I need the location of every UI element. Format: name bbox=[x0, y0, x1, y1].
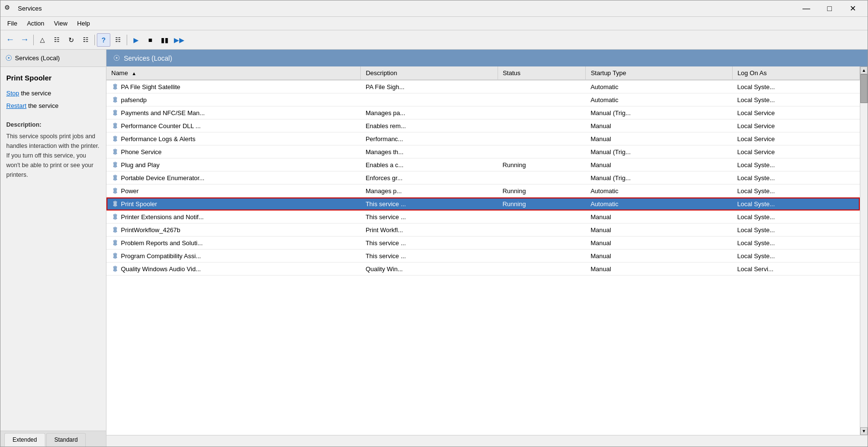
service-status-cell bbox=[498, 145, 586, 158]
menu-action[interactable]: Action bbox=[22, 18, 49, 29]
service-status-cell bbox=[498, 119, 586, 132]
sort-arrow-name: ▲ bbox=[132, 71, 136, 76]
table-row[interactable]: Problem Reports and Soluti... This servi… bbox=[106, 237, 860, 250]
resume-service-button[interactable]: ▶▶ bbox=[172, 33, 186, 47]
service-name-cell: Portable Device Enumerator... bbox=[106, 171, 361, 184]
toolbar: ← → △ ☷ ↻ ☷ ? ☷ ▶ ■ ▮▮ ▶▶ bbox=[0, 30, 868, 50]
service-status-cell bbox=[498, 132, 586, 145]
service-status-cell: Running bbox=[498, 158, 586, 171]
table-row[interactable]: PrintWorkflow_4267b Print Workfl... Manu… bbox=[106, 224, 860, 237]
col-header-name[interactable]: Name ▲ bbox=[106, 66, 361, 80]
menu-file[interactable]: File bbox=[2, 18, 22, 29]
service-logon-cell: Local Servi... bbox=[732, 263, 859, 276]
table-row[interactable]: Performance Logs & Alerts Performanc... … bbox=[106, 132, 860, 145]
table-row[interactable]: Performance Counter DLL ... Enables rem.… bbox=[106, 119, 860, 132]
tab-extended[interactable]: Extended bbox=[4, 433, 45, 447]
restart-link[interactable]: Restart bbox=[6, 102, 26, 109]
scroll-track[interactable] bbox=[860, 74, 868, 427]
app-icon: ⚙ bbox=[4, 4, 14, 13]
services-list: PA File Sight Satellite PA File Sigh... … bbox=[106, 80, 860, 276]
properties-button[interactable]: ☷ bbox=[111, 33, 125, 47]
stop-text: the service bbox=[21, 90, 51, 97]
service-logon-cell: Local Syste... bbox=[732, 158, 859, 171]
stop-link[interactable]: Stop bbox=[6, 90, 19, 97]
service-startup-cell: Manual (Trig... bbox=[586, 145, 733, 158]
help-button[interactable]: ? bbox=[97, 33, 110, 47]
table-row[interactable]: Plug and Play Enables a c... Running Man… bbox=[106, 158, 860, 171]
service-description-cell: Enables rem... bbox=[361, 119, 498, 132]
services-table-wrapper[interactable]: Name ▲ Description Status Startup Type L… bbox=[106, 66, 860, 435]
scroll-up-button[interactable]: ▲ bbox=[860, 66, 868, 74]
service-startup-cell: Manual bbox=[586, 224, 733, 237]
service-name-cell: Quality Windows Audio Vid... bbox=[106, 263, 361, 276]
service-description-cell: This service ... bbox=[361, 210, 498, 224]
table-row[interactable]: Portable Device Enumerator... Enforces g… bbox=[106, 171, 860, 184]
table-row[interactable]: Printer Extensions and Notif... This ser… bbox=[106, 210, 860, 224]
right-panel-icon: ☉ bbox=[113, 53, 120, 63]
pause-service-button[interactable]: ▮▮ bbox=[158, 33, 171, 47]
restart-text: the service bbox=[28, 102, 59, 109]
col-header-description[interactable]: Description bbox=[361, 66, 498, 80]
service-startup-cell: Manual bbox=[586, 263, 733, 276]
close-button[interactable]: ✕ bbox=[842, 1, 864, 16]
menu-help[interactable]: Help bbox=[72, 18, 95, 29]
restart-action: Restart the service bbox=[6, 101, 100, 111]
service-startup-cell: Manual (Trig... bbox=[586, 106, 733, 119]
right-panel-header: ☉ Services (Local) bbox=[106, 50, 868, 66]
tab-standard[interactable]: Standard bbox=[46, 433, 86, 447]
scroll-down-button[interactable]: ▼ bbox=[860, 427, 868, 435]
stop-service-button[interactable]: ■ bbox=[144, 33, 157, 47]
menu-bar: File Action View Help bbox=[0, 17, 868, 30]
col-header-status[interactable]: Status bbox=[498, 66, 586, 80]
service-status-cell bbox=[498, 263, 586, 276]
service-name-cell: Print Spooler bbox=[106, 197, 361, 210]
service-logon-cell: Local Syste... bbox=[732, 237, 859, 250]
service-name-cell: Program Compatibility Assi... bbox=[106, 250, 361, 263]
service-description-cell: Quality Win... bbox=[361, 263, 498, 276]
minimize-button[interactable]: — bbox=[795, 1, 817, 16]
col-header-logon[interactable]: Log On As bbox=[732, 66, 859, 80]
service-name-cell: PrintWorkflow_4267b bbox=[106, 224, 361, 237]
table-row[interactable]: Payments and NFC/SE Man... Manages pa...… bbox=[106, 106, 860, 119]
col-header-startup-type[interactable]: Startup Type bbox=[586, 66, 733, 80]
export-button[interactable]: ☷ bbox=[79, 33, 92, 47]
table-row[interactable]: pafsendp Automatic Local Syste... bbox=[106, 93, 860, 106]
service-name-cell: Power bbox=[106, 184, 361, 197]
table-row[interactable]: Quality Windows Audio Vid... Quality Win… bbox=[106, 263, 860, 276]
service-logon-cell: Local Syste... bbox=[732, 184, 859, 197]
left-panel: ☉ Services (Local) Print Spooler Stop th… bbox=[0, 50, 106, 447]
left-panel-tabs: Extended Standard bbox=[0, 431, 106, 447]
service-description-cell: Print Workfl... bbox=[361, 224, 498, 237]
vertical-scrollbar[interactable]: ▲ ▼ bbox=[860, 66, 868, 435]
table-row[interactable]: Power Manages p... Running Automatic Loc… bbox=[106, 184, 860, 197]
main-window: ⚙ Services — □ ✕ File Action View Help ←… bbox=[0, 0, 868, 447]
table-row[interactable]: Phone Service Manages th... Manual (Trig… bbox=[106, 145, 860, 158]
service-description-cell: This service ... bbox=[361, 197, 498, 210]
service-description-cell: PA File Sigh... bbox=[361, 80, 498, 93]
service-logon-cell: Local Syste... bbox=[732, 197, 859, 210]
up-button[interactable]: △ bbox=[36, 33, 49, 47]
service-name-cell: Plug and Play bbox=[106, 158, 361, 171]
refresh-button[interactable]: ↻ bbox=[65, 33, 78, 47]
table-row[interactable]: PA File Sight Satellite PA File Sigh... … bbox=[106, 80, 860, 93]
forward-button[interactable]: → bbox=[18, 33, 31, 47]
service-name-cell: Printer Extensions and Notif... bbox=[106, 210, 361, 224]
back-button[interactable]: ← bbox=[3, 33, 17, 47]
maximize-button[interactable]: □ bbox=[818, 1, 841, 16]
table-row[interactable]: Print Spooler This service ... Running A… bbox=[106, 197, 860, 210]
selected-service-name: Print Spooler bbox=[6, 74, 100, 82]
scroll-thumb[interactable] bbox=[860, 74, 868, 103]
service-logon-cell: Local Syste... bbox=[732, 210, 859, 224]
service-name-cell: Problem Reports and Soluti... bbox=[106, 237, 361, 250]
description-section: Description: This service spools print j… bbox=[6, 120, 100, 180]
service-description-cell: Manages p... bbox=[361, 184, 498, 197]
start-service-button[interactable]: ▶ bbox=[129, 33, 143, 47]
service-logon-cell: Local Syste... bbox=[732, 224, 859, 237]
left-panel-icon: ☉ bbox=[5, 53, 12, 63]
service-logon-cell: Local Syste... bbox=[732, 171, 859, 184]
service-startup-cell: Manual bbox=[586, 119, 733, 132]
show-hide-button[interactable]: ☷ bbox=[50, 33, 64, 47]
menu-view[interactable]: View bbox=[49, 18, 72, 29]
table-row[interactable]: Program Compatibility Assi... This servi… bbox=[106, 250, 860, 263]
left-panel-body: Print Spooler Stop the service Restart t… bbox=[0, 67, 106, 431]
